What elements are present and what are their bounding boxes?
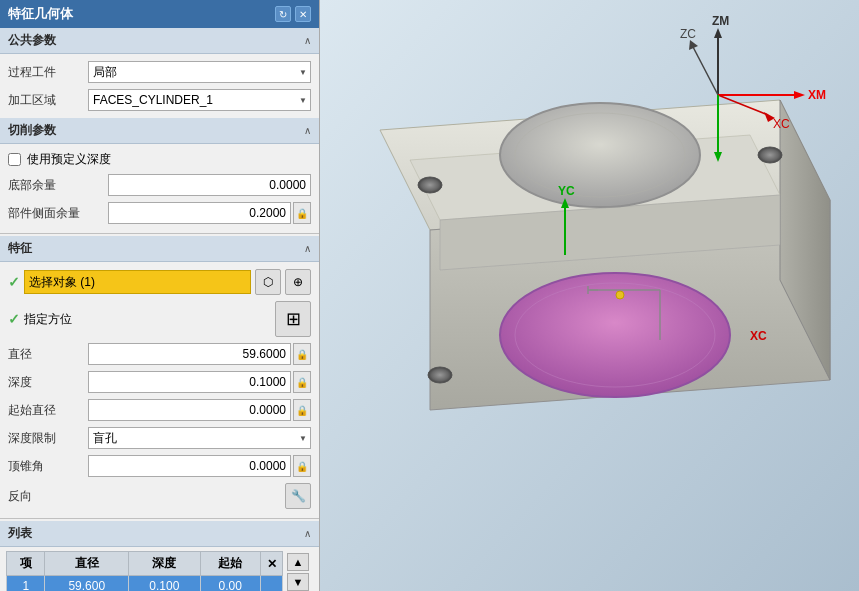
start-diameter-input[interactable] xyxy=(88,399,291,421)
diameter-lock[interactable]: 🔒 xyxy=(293,343,311,365)
table-action-buttons: ▲ ▼ xyxy=(283,551,313,591)
cut-params-chevron: ∧ xyxy=(304,125,311,136)
reverse-row: 反向 🔧 xyxy=(0,480,319,512)
use-depth-row: 使用预定义深度 xyxy=(0,148,319,171)
tip-angle-lock[interactable]: 🔒 xyxy=(293,455,311,477)
table-wrapper: 项 直径 深度 起始 ✕ 1 59.600 0.100 0.00 xyxy=(0,547,319,591)
machining-select-wrapper: FACES_CYLINDER_1 xyxy=(88,89,311,111)
select-object-input[interactable] xyxy=(24,270,251,294)
row-delete xyxy=(261,576,283,592)
process-row: 过程工件 局部 xyxy=(0,58,319,86)
window-title: 特征几何体 xyxy=(8,5,73,23)
row-start: 0.00 xyxy=(200,576,260,592)
feature-chevron: ∧ xyxy=(304,243,311,254)
start-diameter-input-group: 🔒 xyxy=(88,399,311,421)
col-index: 项 xyxy=(7,552,45,576)
list-table: 项 直径 深度 起始 ✕ 1 59.600 0.100 0.00 xyxy=(6,551,283,591)
table-down-btn[interactable]: ▼ xyxy=(287,573,309,591)
col-delete: ✕ xyxy=(261,552,283,576)
start-diameter-row: 起始直径 🔒 xyxy=(0,396,319,424)
diameter-input-group: 🔒 xyxy=(88,343,311,365)
col-depth: 深度 xyxy=(129,552,200,576)
bottom-allowance-row: 底部余量 xyxy=(0,171,319,199)
position-label: 指定方位 xyxy=(24,311,72,328)
start-diameter-lock[interactable]: 🔒 xyxy=(293,399,311,421)
tip-angle-label: 顶锥角 xyxy=(8,458,88,475)
depth-limit-row: 深度限制 盲孔 通孔 xyxy=(0,424,319,452)
row-index: 1 xyxy=(7,576,45,592)
zm-label: ZM xyxy=(712,14,729,28)
reverse-label: 反向 xyxy=(8,488,88,505)
select-add-btn[interactable]: ⊕ xyxy=(285,269,311,295)
feature-title: 特征 xyxy=(8,240,32,257)
list-title: 列表 xyxy=(8,525,32,542)
row-depth: 0.100 xyxy=(129,576,200,592)
divider-2 xyxy=(0,518,319,519)
refresh-button[interactable]: ↻ xyxy=(275,6,291,22)
depth-limit-select[interactable]: 盲孔 通孔 xyxy=(88,427,311,449)
position-row: ✓ 指定方位 ⊞ xyxy=(0,298,319,340)
tip-angle-input[interactable] xyxy=(88,455,291,477)
panel-body: 公共参数 ∧ 过程工件 局部 加工区域 FACES_CYLINDER_1 xyxy=(0,28,319,591)
hole-bottom-left xyxy=(428,367,452,383)
diameter-row: 直径 🔒 xyxy=(0,340,319,368)
tip-angle-input-group: 🔒 xyxy=(88,455,311,477)
position-btn[interactable]: ⊞ xyxy=(275,301,311,337)
common-params-title: 公共参数 xyxy=(8,32,56,49)
bottom-allowance-input[interactable] xyxy=(108,174,311,196)
ellipse-top xyxy=(500,103,700,207)
depth-lock[interactable]: 🔒 xyxy=(293,371,311,393)
machining-select[interactable]: FACES_CYLINDER_1 xyxy=(88,89,311,111)
ellipse-bottom xyxy=(500,273,730,397)
side-allowance-lock[interactable]: 🔒 xyxy=(293,202,311,224)
xc-label-bottom: XC xyxy=(750,329,767,343)
diameter-label: 直径 xyxy=(8,346,88,363)
depth-row: 深度 🔒 xyxy=(0,368,319,396)
yc-label: YC xyxy=(558,184,575,198)
bottom-allowance-input-group xyxy=(108,174,311,196)
reverse-btn[interactable]: 🔧 xyxy=(285,483,311,509)
process-label: 过程工件 xyxy=(8,64,88,81)
use-depth-checkbox[interactable] xyxy=(8,153,21,166)
use-depth-label: 使用预定义深度 xyxy=(27,151,111,168)
table-up-btn[interactable]: ▲ xyxy=(287,553,309,571)
depth-input[interactable] xyxy=(88,371,291,393)
hole-top-left xyxy=(418,177,442,193)
left-panel: 特征几何体 ↻ ✕ 公共参数 ∧ 过程工件 局部 加工区域 xyxy=(0,0,320,591)
common-params-chevron: ∧ xyxy=(304,35,311,46)
side-allowance-input-group: 🔒 xyxy=(108,202,311,224)
close-button[interactable]: ✕ xyxy=(295,6,311,22)
side-allowance-row: 部件侧面余量 🔒 xyxy=(0,199,319,227)
hole-top-right xyxy=(758,147,782,163)
bottom-allowance-label: 底部余量 xyxy=(8,177,108,194)
cut-params-title: 切削参数 xyxy=(8,122,56,139)
table-row[interactable]: 1 59.600 0.100 0.00 xyxy=(7,576,283,592)
list-section-header[interactable]: 列表 ∧ xyxy=(0,521,319,547)
diameter-input[interactable] xyxy=(88,343,291,365)
cut-params-section-header[interactable]: 切削参数 ∧ xyxy=(0,118,319,144)
xc-label-top: XC xyxy=(773,117,790,131)
common-params-section-header[interactable]: 公共参数 ∧ xyxy=(0,28,319,54)
col-diameter: 直径 xyxy=(45,552,129,576)
machining-label: 加工区域 xyxy=(8,92,88,109)
side-allowance-input[interactable] xyxy=(108,202,291,224)
cut-params-body: 使用预定义深度 底部余量 部件侧面余量 🔒 xyxy=(0,144,319,231)
list-chevron: ∧ xyxy=(304,528,311,539)
process-select-wrapper: 局部 xyxy=(88,61,311,83)
feature-body: ✓ ⬡ ⊕ ✓ 指定方位 ⊞ 直径 🔒 深度 xyxy=(0,262,319,516)
title-bar: 特征几何体 ↻ ✕ xyxy=(0,0,319,28)
machining-row: 加工区域 FACES_CYLINDER_1 xyxy=(0,86,319,114)
feature-section-header[interactable]: 特征 ∧ xyxy=(0,236,319,262)
select-object-row: ✓ ⬡ ⊕ xyxy=(0,266,319,298)
title-bar-buttons: ↻ ✕ xyxy=(275,6,311,22)
row-diameter: 59.600 xyxy=(45,576,129,592)
common-params-body: 过程工件 局部 加工区域 FACES_CYLINDER_1 xyxy=(0,54,319,118)
select-shape-btn[interactable]: ⬡ xyxy=(255,269,281,295)
process-select[interactable]: 局部 xyxy=(88,61,311,83)
divider-1 xyxy=(0,233,319,234)
select-checkmark: ✓ xyxy=(8,274,20,290)
start-diameter-label: 起始直径 xyxy=(8,402,88,419)
depth-label: 深度 xyxy=(8,374,88,391)
3d-scene-svg: ZM ZC XM XC YC XC xyxy=(320,0,859,591)
zc-label: ZC xyxy=(680,27,696,41)
